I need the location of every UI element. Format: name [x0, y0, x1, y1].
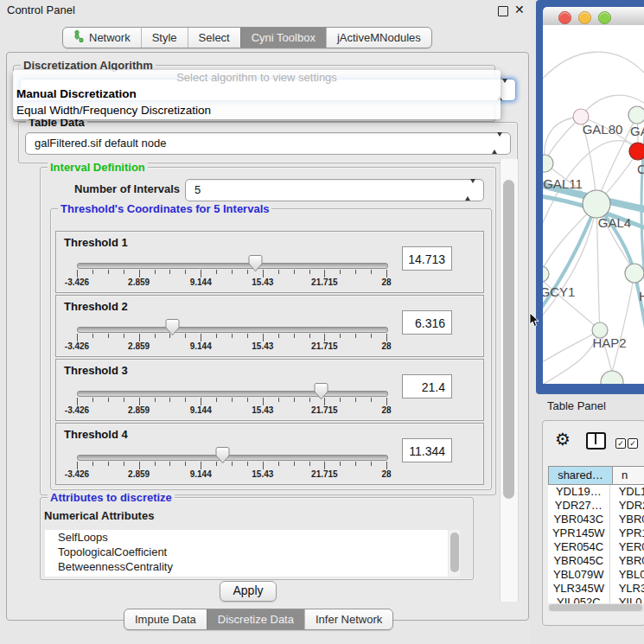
- tab-label: Select: [199, 31, 230, 44]
- checkbox-icon[interactable]: ✓: [628, 438, 638, 449]
- cell-name: YBL0: [609, 568, 644, 582]
- network-window-titlebar[interactable]: [543, 7, 644, 26]
- threshold-value-field[interactable]: 11.344: [402, 438, 452, 462]
- cell-shared-name: YBR045C: [548, 554, 609, 568]
- threshold-value-field[interactable]: 6.316: [402, 310, 452, 335]
- node-label: GAL11: [543, 176, 583, 191]
- network-node-ga[interactable]: [628, 106, 644, 124]
- apply-button[interactable]: Apply: [220, 581, 277, 602]
- column-header[interactable]: n: [613, 466, 644, 485]
- close-traffic-light-icon[interactable]: [558, 11, 571, 24]
- algorithm-dropdown-popup: Select algorithm to view settings Manual…: [13, 70, 501, 119]
- gear-icon[interactable]: ⚙: [555, 430, 571, 449]
- tab-label: jActiveMNodules: [337, 31, 421, 44]
- cell-shared-name: YBR043C: [548, 513, 609, 526]
- attribute-list-item[interactable]: BetweennessCentrality: [45, 559, 448, 574]
- network-canvas[interactable]: GAL80GACGAL11GAL4GCY1HHAP2: [543, 25, 644, 384]
- tab-jactivemnodules[interactable]: jActiveMNodules: [326, 28, 431, 48]
- cell-name: YLR3: [609, 582, 644, 596]
- cell-name: YIL0: [609, 596, 644, 603]
- table-row[interactable]: YDL19…YDL1: [548, 485, 644, 499]
- table-row[interactable]: YLR345WYLR3: [548, 582, 644, 596]
- mouse-cursor: [529, 313, 539, 328]
- dropdown-option[interactable]: Manual Discretization: [13, 86, 501, 102]
- numerical-attributes-list[interactable]: SelfLoopsTopologicalCoefficientBetweenne…: [45, 530, 448, 577]
- threshold-slider-track[interactable]: [77, 327, 388, 333]
- group-legend: Threshold's Coordinates for 5 Intervals: [58, 202, 271, 215]
- panel-scrollbar[interactable]: [500, 159, 519, 602]
- cell-shared-name: YIL052C: [548, 596, 609, 603]
- threshold-panel: Threshold 1 -3.4262.8599.14415.4321.7152…: [55, 231, 484, 293]
- checkbox-icon[interactable]: ✓: [615, 438, 626, 449]
- zoom-traffic-light-icon[interactable]: [598, 11, 611, 24]
- column-header[interactable]: shared…: [548, 466, 613, 485]
- threshold-value-field[interactable]: 14.713: [402, 246, 452, 271]
- table-row[interactable]: YPR145WYPR1: [548, 526, 644, 540]
- network-node-h[interactable]: [625, 264, 644, 283]
- tab-cyni-toolbox[interactable]: Cyni Toolbox: [240, 28, 326, 48]
- control-panel: Control Panel ✕ NetworkStyleSelectCyni T…: [0, 0, 530, 644]
- cell-name: YDR2: [609, 499, 644, 513]
- network-node-c[interactable]: [629, 143, 644, 160]
- table-horizontal-scrollbar[interactable]: [548, 603, 644, 612]
- numerical-attributes-label: Numerical Attributes: [44, 509, 154, 522]
- cell-shared-name: YDL19…: [548, 485, 609, 499]
- slider-tick-labels: -3.4262.8599.14415.4321.71528: [77, 341, 386, 352]
- tab-select[interactable]: Select: [188, 28, 240, 48]
- group-legend: Interval Definition: [48, 161, 148, 174]
- number-of-intervals-value: 5: [186, 180, 483, 201]
- dropdown-option[interactable]: Equal Width/Frequency Discretization: [13, 102, 501, 118]
- cyni-toolbox-pane: Discretization Algorithm Select algorith…: [6, 52, 529, 621]
- table-header-row: shared…n: [548, 466, 644, 485]
- network-node[interactable]: [601, 371, 623, 384]
- threshold-slider-track[interactable]: [77, 391, 388, 397]
- threshold-label: Threshold 1: [64, 236, 128, 249]
- table-row[interactable]: YBL079WYBL0: [548, 568, 644, 582]
- window-float-icon[interactable]: [498, 6, 508, 16]
- minimize-traffic-light-icon[interactable]: [578, 11, 591, 24]
- threshold-label: Threshold 2: [64, 300, 128, 313]
- table-row[interactable]: YBR043CYBR0: [548, 513, 644, 526]
- cell-shared-name: YLR345W: [548, 582, 609, 596]
- attribute-list-item[interactable]: SelfLoops: [45, 530, 448, 545]
- attribute-list-item[interactable]: TopologicalCoefficient: [45, 545, 448, 559]
- node-label: GA: [630, 124, 644, 138]
- network-node-gcy1[interactable]: [543, 266, 549, 282]
- tab-infer-network[interactable]: Infer Network: [304, 609, 392, 629]
- tab-discretize-data[interactable]: Discretize Data: [207, 609, 304, 629]
- number-of-intervals-combobox[interactable]: 5: [185, 179, 484, 201]
- cell-shared-name: YBL079W: [548, 568, 609, 582]
- tab-impute-data[interactable]: Impute Data: [124, 609, 207, 629]
- tab-style[interactable]: Style: [141, 28, 188, 48]
- table-panel: ⚙ ✓ ✓ shared…n YDL19…YDL1YDR27…YDR2YBR04…: [542, 420, 644, 626]
- table-row[interactable]: YBR045CYBR0: [548, 554, 644, 568]
- table-row[interactable]: YDR27…YDR2: [548, 499, 644, 513]
- combo-stepper-icon: [492, 133, 502, 154]
- threshold-label: Threshold 4: [64, 428, 128, 441]
- table-row[interactable]: YIL052CYIL0: [548, 596, 644, 603]
- threshold-value-field[interactable]: 21.4: [402, 374, 452, 399]
- cell-name: YBR0: [609, 554, 644, 568]
- tab-network[interactable]: Network: [63, 28, 141, 48]
- panel-title: Control Panel: [7, 3, 75, 16]
- tab-label: Discretize Data: [218, 613, 294, 626]
- dropdown-options: Manual DiscretizationEqual Width/Frequen…: [13, 86, 501, 118]
- table-data-combobox[interactable]: galFiltered.sif default node: [25, 132, 511, 155]
- cell-name: YPR1: [609, 526, 644, 540]
- network-node-gal11[interactable]: [543, 155, 553, 172]
- table-body: YDL19…YDL1YDR27…YDR2YBR043CYBR0YPR145WYP…: [548, 485, 644, 603]
- network-node-gal4[interactable]: [583, 190, 610, 218]
- dropdown-prompt: Select algorithm to view settings: [13, 70, 501, 86]
- node-label: GAL4: [598, 215, 631, 230]
- tab-label: Impute Data: [135, 613, 196, 626]
- close-icon[interactable]: ✕: [514, 3, 525, 16]
- threshold-slider-track[interactable]: [77, 455, 388, 461]
- table-row[interactable]: YER054CYER0: [548, 540, 644, 554]
- split-view-icon[interactable]: [586, 432, 606, 450]
- control-panel-tabs: NetworkStyleSelectCyni ToolboxjActiveMNo…: [62, 27, 432, 48]
- threshold-slider-track[interactable]: [77, 263, 388, 269]
- scrollbar-thumb[interactable]: [503, 180, 514, 499]
- number-of-intervals-label: Number of Intervals: [74, 182, 180, 195]
- network-view-window[interactable]: GAL80GACGAL11GAL4GCY1HHAP2: [536, 0, 644, 394]
- list-scrollbar[interactable]: [449, 530, 460, 577]
